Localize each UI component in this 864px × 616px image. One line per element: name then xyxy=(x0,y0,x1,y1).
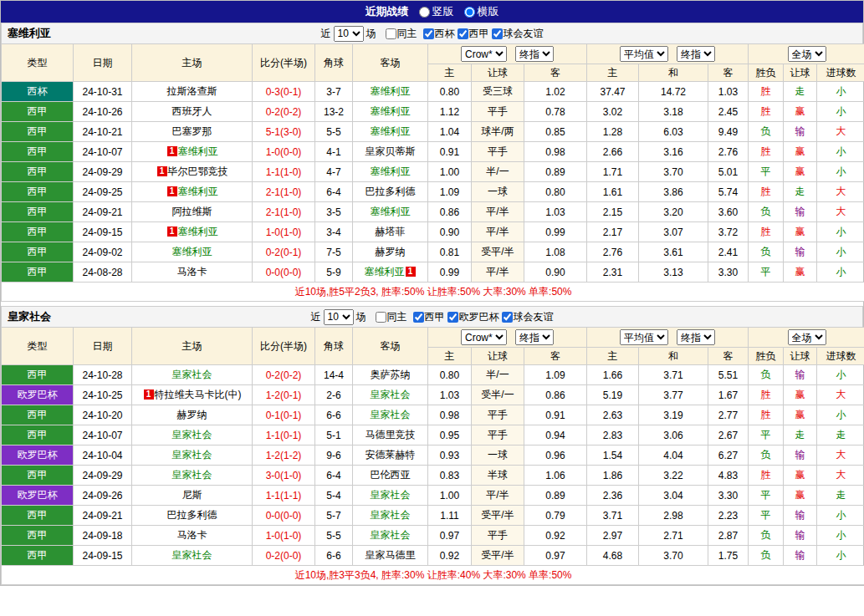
same-home-filter[interactable]: 同主 xyxy=(386,27,417,41)
handicap-cell: 受三球 xyxy=(472,82,524,102)
competition-checkbox[interactable] xyxy=(447,312,458,323)
final-index-select[interactable]: 终指 xyxy=(677,46,715,62)
competition-filter[interactable]: 西甲 xyxy=(458,27,489,41)
avg-away-cell: 6.27 xyxy=(708,445,749,466)
away-team-cell: 巴伦西亚 xyxy=(353,466,428,486)
match-row: 西甲24-10-26西班牙人0-2(0-2)13-2塞维利亚1.12平手0.78… xyxy=(2,102,864,122)
match-date: 24-09-21 xyxy=(74,202,132,222)
home-team-name: 特拉维夫马卡比(中) xyxy=(155,389,242,400)
competition-filter[interactable]: 西杯 xyxy=(423,27,455,41)
final-index-select[interactable]: 终指 xyxy=(515,329,554,345)
away-team-cell: 塞维利亚 xyxy=(353,102,428,122)
match-row: 西甲24-09-21阿拉维斯2-1(1-0)3-5塞维利亚0.86平/半1.03… xyxy=(2,202,864,222)
avg-draw-cell: 3.86 xyxy=(639,182,708,202)
competition-label: 欧罗巴杯 xyxy=(459,310,499,324)
final-index-select[interactable]: 终指 xyxy=(515,46,554,62)
competition-checkbox[interactable] xyxy=(458,28,468,39)
avg-home-cell: 1.71 xyxy=(587,162,639,182)
away-odds-cell: 1.03 xyxy=(524,202,587,222)
avg-draw-cell: 3.19 xyxy=(639,405,708,425)
away-team-name: 皇家社会 xyxy=(371,489,411,501)
competition-checkbox[interactable] xyxy=(423,28,434,39)
home-team-name: 西班牙人 xyxy=(172,105,212,117)
avg-draw-cell: 3.18 xyxy=(639,102,708,122)
away-odds-cell: 0.90 xyxy=(524,262,587,283)
col-header-home: 主场 xyxy=(132,328,253,365)
home-team-name: 皇家社会 xyxy=(172,369,212,380)
score-cell: 0-0(0-0) xyxy=(253,262,315,283)
horizontal-layout-radio[interactable] xyxy=(464,7,475,18)
home-team-cell: 拉斯洛查斯 xyxy=(132,82,253,102)
full-match-select[interactable]: 全场 xyxy=(788,46,826,62)
competition-badge: 西甲 xyxy=(2,262,74,283)
same-home-checkbox[interactable] xyxy=(376,312,386,323)
result-goals-cell: 小 xyxy=(817,365,864,385)
competition-checkbox[interactable] xyxy=(502,312,513,323)
score-cell: 5-1(3-0) xyxy=(253,122,315,142)
away-odds-cell: 0.97 xyxy=(524,546,587,566)
average-select[interactable]: 平均值 xyxy=(620,46,668,62)
full-match-header: 全场 xyxy=(749,328,864,348)
result-outcome-cell: 胜 xyxy=(749,142,784,162)
away-team-cell: 皇家社会 xyxy=(353,385,428,405)
match-count-select[interactable]: 10 xyxy=(324,309,354,325)
team-section: 塞维利亚近10场同主西杯西甲球会友谊类型日期主场比分(半场)角球客场Crow*终… xyxy=(1,23,863,302)
match-row: 西甲24-09-251塞维利亚2-1(1-0)6-4巴拉多利德1.09一球0.8… xyxy=(2,182,864,202)
corner-cell: 2-6 xyxy=(315,385,353,405)
avg-away-cell: 2.23 xyxy=(708,506,749,526)
home-odds-cell: 0.81 xyxy=(428,242,472,262)
final-index-select[interactable]: 终指 xyxy=(677,329,715,345)
competition-filter[interactable]: 西甲 xyxy=(413,310,445,324)
competition-checkbox[interactable] xyxy=(492,28,503,39)
home-team-name: 巴塞罗那 xyxy=(172,125,212,137)
avg-draw-cell: 2.98 xyxy=(639,506,708,526)
competition-filter[interactable]: 球会友谊 xyxy=(502,310,554,324)
result-handicap-cell: 输 xyxy=(784,242,817,262)
result-outcome-cell: 负 xyxy=(749,202,784,222)
result-goals-cell: 走 xyxy=(817,425,864,445)
full-match-select[interactable]: 全场 xyxy=(788,329,826,345)
avg-away-header: 客 xyxy=(708,348,749,365)
corner-cell: 3-4 xyxy=(315,222,353,242)
away-odds-cell: 0.89 xyxy=(524,162,587,182)
home-team-name: 皇家社会 xyxy=(172,429,212,440)
corner-cell: 5-7 xyxy=(315,506,353,526)
competition-checkbox[interactable] xyxy=(413,312,424,323)
odds-source-select[interactable]: Crow* xyxy=(461,329,507,345)
competition-filter[interactable]: 球会友谊 xyxy=(492,27,544,41)
vertical-layout-radio[interactable] xyxy=(419,7,430,18)
odds-source-select[interactable]: Crow* xyxy=(461,46,507,62)
same-home-label: 同主 xyxy=(387,310,407,324)
avg-home-cell: 1.86 xyxy=(587,466,639,486)
score-cell: 1-0(1-0) xyxy=(253,222,315,242)
same-home-filter[interactable]: 同主 xyxy=(376,310,407,324)
near-label: 近 xyxy=(321,27,331,41)
home-team-name: 塞维利亚 xyxy=(172,246,212,257)
odds-source-header: Crow*终指 xyxy=(428,44,587,64)
result-goals-cell: 小 xyxy=(817,162,864,182)
avg-home-cell: 2.63 xyxy=(587,405,639,425)
home-odds-cell: 1.04 xyxy=(428,122,472,142)
match-date: 24-10-04 xyxy=(74,445,132,466)
match-row: 欧罗巴杯24-09-26尼斯1-1(1-1)5-4皇家社会1.00平/半0.89… xyxy=(2,486,864,506)
same-home-checkbox[interactable] xyxy=(386,28,396,39)
layout-option-horizontal[interactable]: 横版 xyxy=(464,4,499,19)
home-team-name: 皇家社会 xyxy=(172,549,212,561)
match-count-select[interactable]: 10 xyxy=(334,26,364,42)
result-goals-cell: 小 xyxy=(817,405,864,425)
red-card-badge: 1 xyxy=(167,227,177,237)
match-date: 24-10-20 xyxy=(74,405,132,425)
average-select[interactable]: 平均值 xyxy=(620,329,668,345)
result-outcome-cell: 胜 xyxy=(749,182,784,202)
home-odds-cell: 0.80 xyxy=(428,365,472,385)
competition-filter[interactable]: 欧罗巴杯 xyxy=(447,310,499,324)
result-handicap-cell: 走 xyxy=(784,425,817,445)
away-odds-cell: 1.08 xyxy=(524,242,587,262)
layout-option-vertical[interactable]: 竖版 xyxy=(419,4,454,19)
competition-badge: 西甲 xyxy=(2,546,74,566)
result-handicap-cell: 走 xyxy=(784,182,817,202)
avg-away-cell: 4.83 xyxy=(708,466,749,486)
result-outcome-cell: 负 xyxy=(749,445,784,466)
match-date: 24-09-26 xyxy=(74,486,132,506)
result-goals-cell: 小 xyxy=(817,82,864,102)
